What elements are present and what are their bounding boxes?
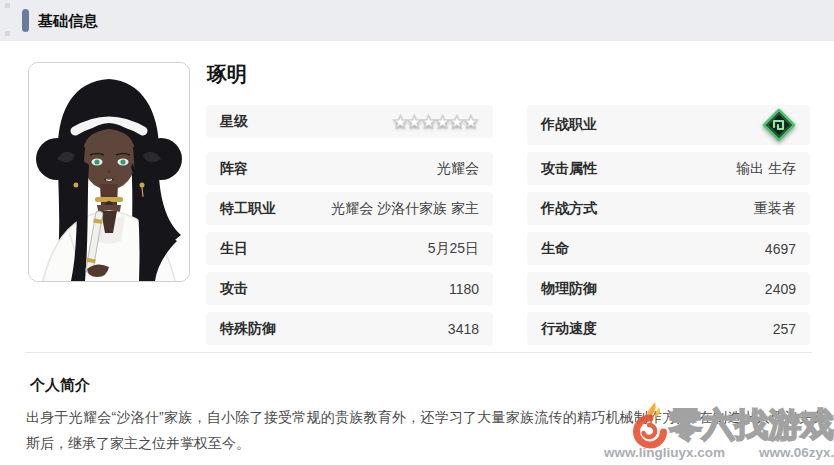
stat-row-faction: 阵容 光耀会 (206, 152, 493, 185)
stat-value: 2409 (765, 281, 796, 297)
section-header-bar: 基础信息 (0, 0, 834, 41)
stats-column-right: 作战职业 攻击属性 输出 生存 作战方式 重装者 生命 4697 物理防御 24… (527, 105, 810, 352)
stat-value: 1180 (449, 281, 479, 297)
stat-value: 光耀会 沙洛什家族 家主 (331, 200, 479, 218)
stat-label: 生命 (541, 240, 569, 258)
character-name: 琢明 (207, 61, 247, 88)
section-title: 基础信息 (38, 0, 98, 41)
stat-row-attack-attribute: 攻击属性 输出 生存 (527, 152, 810, 185)
character-info-page: 基础信息 (0, 0, 834, 465)
stat-row-physical-defense: 物理防御 2409 (527, 272, 810, 305)
stat-value: 4697 (765, 241, 796, 257)
stat-row-star-rating: 星级 ★★★★★★ (206, 105, 493, 138)
stat-value: 重装者 (754, 200, 796, 218)
decorative-dot (5, 31, 10, 36)
character-portrait (28, 62, 190, 282)
stat-label: 攻击 (220, 280, 248, 298)
stat-value: 光耀会 (437, 160, 479, 178)
stat-label: 阵容 (220, 160, 248, 178)
stat-label: 作战职业 (541, 116, 597, 134)
stat-label: 星级 (220, 113, 248, 131)
stat-row-birthday: 生日 5月25日 (206, 232, 493, 265)
stats-column-left: 星级 ★★★★★★ 阵容 光耀会 特工职业 光耀会 沙洛什家族 家主 生日 5月… (206, 105, 493, 352)
stat-value: 输出 生存 (736, 160, 796, 178)
stat-value: 257 (773, 321, 796, 337)
stat-label: 行动速度 (541, 320, 597, 338)
portrait-illustration (29, 63, 189, 281)
stat-label: 物理防御 (541, 280, 597, 298)
stat-row-combat-class: 作战职业 (527, 105, 810, 145)
stat-row-speed: 行动速度 257 (527, 312, 810, 345)
star-rating: ★★★★★★ (392, 113, 479, 131)
decorative-dot (5, 3, 10, 8)
stat-row-combat-style: 作战方式 重装者 (527, 192, 810, 225)
stat-label: 特工职业 (220, 200, 276, 218)
stat-label: 生日 (220, 240, 248, 258)
stat-row-special-defense: 特殊防御 3418 (206, 312, 493, 345)
combat-class-diamond-icon (762, 108, 796, 142)
section-divider (25, 352, 812, 353)
stat-row-hp: 生命 4697 (527, 232, 810, 265)
stat-value: 3418 (448, 321, 479, 337)
bio-section-title: 个人简介 (30, 376, 90, 395)
accent-bar (22, 9, 29, 32)
stat-label: 攻击属性 (541, 160, 597, 178)
bio-text: 出身于光耀会“沙洛什”家族，自小除了接受常规的贵族教育外，还学习了大量家族流传的… (26, 404, 827, 456)
stat-value: 5月25日 (428, 240, 479, 258)
stat-label: 作战方式 (541, 200, 597, 218)
stat-row-attack: 攻击 1180 (206, 272, 493, 305)
stat-label: 特殊防御 (220, 320, 276, 338)
stat-row-agent-title: 特工职业 光耀会 沙洛什家族 家主 (206, 192, 493, 225)
